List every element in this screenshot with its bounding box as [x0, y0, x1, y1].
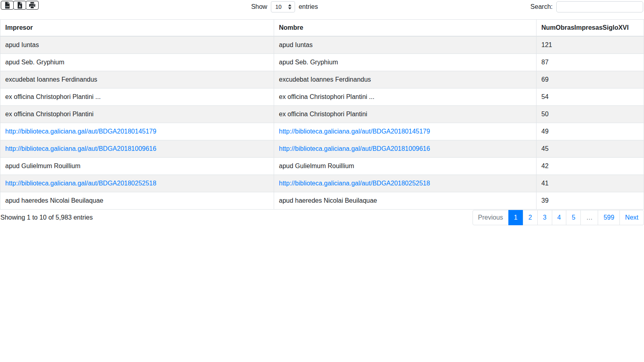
page-length-control: Show 10 entries: [39, 1, 530, 12]
table-body: apud Iuntasapud Iuntas121apud Seb. Gryph…: [0, 36, 644, 210]
table-row: http://biblioteca.galiciana.gal/aut/BDGA…: [0, 123, 644, 140]
nombre-link[interactable]: http://biblioteca.galiciana.gal/aut/BDGA…: [279, 145, 430, 152]
cell-nombre: apud Gulielmum Rouillium: [274, 158, 537, 175]
cell-num-obras: 87: [537, 54, 644, 71]
page-item-5: 5: [566, 210, 581, 225]
cell-num-obras: 121: [537, 36, 644, 54]
table-info: Showing 1 to 10 of 5,983 entries: [0, 214, 93, 221]
cell-nombre: apud Seb. Gryphium: [274, 54, 537, 71]
table-row: http://biblioteca.galiciana.gal/aut/BDGA…: [0, 140, 644, 158]
cell-impresor: ex officina Christophori Plantini ...: [0, 88, 274, 106]
search-label: Search:: [530, 3, 553, 10]
cell-nombre: apud haeredes Nicolai Beuilaquae: [274, 192, 537, 210]
print-button[interactable]: [26, 1, 39, 10]
page-item-next: Next: [619, 210, 644, 225]
cell-impresor: http://biblioteca.galiciana.gal/aut/BDGA…: [0, 175, 274, 192]
cell-num-obras: 39: [537, 192, 644, 210]
data-table: Impresor Nombre NumObrasImpresasSigloXVI…: [0, 19, 644, 210]
page-link-previous: Previous: [473, 210, 508, 225]
table-row: http://biblioteca.galiciana.gal/aut/BDGA…: [0, 175, 644, 192]
table-header: Impresor Nombre NumObrasImpresasSigloXVI: [0, 20, 644, 37]
cell-impresor: http://biblioteca.galiciana.gal/aut/BDGA…: [0, 123, 274, 140]
cell-impresor: apud Iuntas: [0, 36, 274, 54]
cell-impresor: http://biblioteca.galiciana.gal/aut/BDGA…: [0, 140, 274, 158]
table-row: apud Gulielmum Rouilliumapud Gulielmum R…: [0, 158, 644, 175]
printer-icon: [29, 2, 36, 9]
column-header-num-obras[interactable]: NumObrasImpresasSigloXVI: [537, 20, 644, 37]
page-link-4[interactable]: 4: [552, 210, 566, 225]
cell-impresor: apud Seb. Gryphium: [0, 54, 274, 71]
cell-nombre: ex officina Christophori Plantini ...: [274, 88, 537, 106]
cell-impresor: excudebat Ioannes Ferdinandus: [0, 71, 274, 88]
page-link-ellipsis: …: [581, 210, 598, 225]
cell-impresor: apud Gulielmum Rouillium: [0, 158, 274, 175]
page-item-1: 1: [508, 210, 523, 225]
search-control: Search:: [530, 1, 643, 12]
page-link-next[interactable]: Next: [620, 210, 644, 225]
table-row: apud Iuntasapud Iuntas121: [0, 36, 644, 54]
cell-num-obras: 49: [537, 123, 644, 140]
table-footer: Showing 1 to 10 of 5,983 entries Previou…: [0, 210, 644, 225]
nombre-link[interactable]: http://biblioteca.galiciana.gal/aut/BDGA…: [279, 128, 430, 135]
pdf-file-icon: [17, 2, 23, 9]
page-length-select[interactable]: 10: [271, 1, 295, 12]
page-item-3: 3: [537, 210, 552, 225]
cell-num-obras: 69: [537, 71, 644, 88]
pagination: Previous12345…599Next: [473, 210, 644, 225]
search-input[interactable]: [556, 1, 643, 12]
cell-impresor: ex officina Christophori Plantini: [0, 106, 274, 123]
cell-impresor: apud haeredes Nicolai Beuilaquae: [0, 192, 274, 210]
length-label-before: Show: [251, 3, 267, 10]
export-button-group: csv: [1, 1, 39, 10]
page-link-3[interactable]: 3: [538, 210, 552, 225]
impresor-link[interactable]: http://biblioteca.galiciana.gal/aut/BDGA…: [5, 180, 156, 187]
nombre-link[interactable]: http://biblioteca.galiciana.gal/aut/BDGA…: [279, 180, 430, 187]
table-toolbar: csv Sho: [0, 0, 644, 19]
csv-file-icon: csv: [4, 2, 10, 9]
page-link-599[interactable]: 599: [598, 210, 619, 225]
table-row: excudebat Ioannes Ferdinandusexcudebat I…: [0, 71, 644, 88]
page-item-4: 4: [552, 210, 567, 225]
page-item-599: 599: [598, 210, 620, 225]
cell-nombre: http://biblioteca.galiciana.gal/aut/BDGA…: [274, 123, 537, 140]
table-row: apud Seb. Gryphiumapud Seb. Gryphium87: [0, 54, 644, 71]
impresor-link[interactable]: http://biblioteca.galiciana.gal/aut/BDGA…: [5, 145, 156, 152]
page-link-5[interactable]: 5: [566, 210, 580, 225]
cell-nombre: http://biblioteca.galiciana.gal/aut/BDGA…: [274, 175, 537, 192]
cell-nombre: excudebat Ioannes Ferdinandus: [274, 71, 537, 88]
cell-nombre: apud Iuntas: [274, 36, 537, 54]
table-row: apud haeredes Nicolai Beuilaquaeapud hae…: [0, 192, 644, 210]
table-row: ex officina Christophori Plantiniex offi…: [0, 106, 644, 123]
column-header-impresor[interactable]: Impresor: [0, 20, 274, 37]
pdf-export-button[interactable]: [13, 1, 26, 10]
page-item-2: 2: [523, 210, 538, 225]
csv-export-button[interactable]: csv: [1, 1, 14, 10]
cell-num-obras: 45: [537, 140, 644, 158]
length-label-after: entries: [299, 3, 318, 10]
table-row: ex officina Christophori Plantini ...ex …: [0, 88, 644, 106]
column-header-nombre[interactable]: Nombre: [274, 20, 537, 37]
cell-nombre: http://biblioteca.galiciana.gal/aut/BDGA…: [274, 140, 537, 158]
page-item-ellipsis: …: [580, 210, 598, 225]
cell-nombre: ex officina Christophori Plantini: [274, 106, 537, 123]
cell-num-obras: 42: [537, 158, 644, 175]
svg-text:csv: csv: [6, 5, 9, 8]
header-row: Impresor Nombre NumObrasImpresasSigloXVI: [0, 20, 644, 37]
page-item-previous: Previous: [473, 210, 509, 225]
cell-num-obras: 41: [537, 175, 644, 192]
page-link-1[interactable]: 1: [509, 210, 523, 225]
impresor-link[interactable]: http://biblioteca.galiciana.gal/aut/BDGA…: [5, 128, 156, 135]
cell-num-obras: 54: [537, 88, 644, 106]
page-link-2[interactable]: 2: [523, 210, 537, 225]
cell-num-obras: 50: [537, 106, 644, 123]
